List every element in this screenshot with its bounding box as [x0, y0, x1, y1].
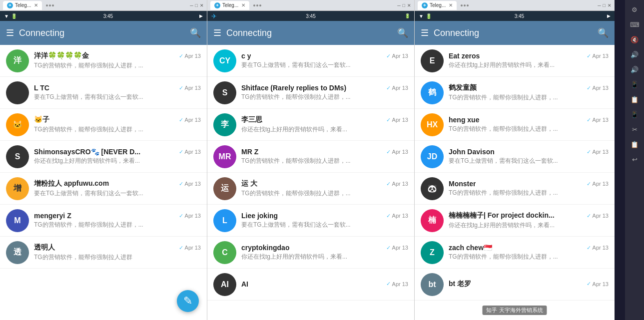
wifi-icon: ▼	[4, 13, 9, 19]
check-icon: ✓	[179, 117, 183, 123]
chat-item[interactable]: HXheng xue✓Apr 13TG的营销软件，能帮你强制拉人进群，...	[415, 109, 615, 141]
chat-meta: ✓Apr 13	[386, 85, 408, 91]
toolbar-volume-up1[interactable]: 🔊	[627, 48, 642, 61]
minimize-icon[interactable]: ─	[190, 3, 193, 8]
chat-item[interactable]: AIAI✓Apr 13	[207, 269, 414, 301]
tab-label-left: Teleg...	[15, 2, 31, 8]
tab-close-right[interactable]: ✕	[449, 2, 453, 8]
chat-item[interactable]: LLiee joking✓Apr 13要在TG上做营销，需有我们这么一套软...	[207, 205, 414, 237]
check-icon: ✓	[587, 181, 591, 187]
chat-list-right[interactable]: EEat zeros✓Apr 13你还在找tg上好用的营销软件吗，来看...鹤鹤…	[415, 45, 615, 320]
avatar: 鹤	[421, 81, 444, 104]
chat-item[interactable]: 🐱🐱子✓Apr 13TG的营销软件，能帮你强制拉人进群，...	[0, 109, 207, 141]
check-icon: ✓	[386, 181, 391, 187]
chat-item[interactable]: 鹤鹤发童颜✓Apr 13TG的营销软件，能帮你强制拉人进群，...	[415, 77, 615, 109]
chat-name: 楠楠楠楠子| For project dockin...	[449, 211, 555, 220]
close-icon-mid[interactable]: ✕	[407, 3, 411, 8]
maximize-icon[interactable]: □	[195, 3, 198, 8]
chat-item[interactable]: Ccryptokingdao✓Apr 13你还在找tg上好用的营销软件吗，来看.…	[207, 237, 414, 269]
chat-item[interactable]: 楠楠楠楠楠子| For project dockin...✓Apr 13你还在找…	[415, 205, 615, 237]
chat-meta: ✓Apr 13	[587, 85, 609, 91]
avatar: 洋	[6, 49, 29, 72]
toolbar-cut[interactable]: ✂	[627, 123, 642, 136]
toolbar-mobile[interactable]: 📱	[627, 108, 642, 121]
chat-list-mid[interactable]: CYc y✓Apr 13要在TG上做营销，需有我们这么一套软...SShitfa…	[207, 45, 414, 320]
chat-item[interactable]: Mmengeryi Z✓Apr 13TG的营销软件，能帮你强制拉人进群，...	[0, 205, 207, 237]
chat-item[interactable]: 增增粉拉人 appfuwu.com✓Apr 13要在TG上做营销，需有我们这么一…	[0, 173, 207, 205]
search-icon-mid[interactable]: 🔍	[397, 27, 408, 38]
chat-content: cryptokingdao✓Apr 13你还在找tg上好用的营销软件吗，来看..…	[241, 244, 408, 261]
toolbar-screen[interactable]: 📱	[627, 78, 642, 91]
chat-date: Apr 13	[392, 213, 408, 219]
chat-date: Apr 13	[392, 117, 408, 123]
chat-item[interactable]: 洋洋洋🍀🍀🍀🍀金✓Apr 13TG的营销软件，能帮你强制拉人进群，...	[0, 45, 207, 77]
chat-content: 透明人✓Apr 13TG的营销软件，能帮你强制拉人进群	[34, 243, 201, 262]
chat-meta: ✓Apr 13	[587, 117, 609, 123]
minimize-icon-mid[interactable]: ─	[397, 3, 400, 8]
chat-item[interactable]: SShimonsaysCRO🐾 [NEVER D...✓Apr 13你还在找tg…	[0, 141, 207, 173]
chat-name: 运 大	[241, 179, 257, 188]
chat-preview: TG的营销软件，能帮你强制拉人进群，...	[34, 125, 201, 134]
chat-list-left[interactable]: 洋洋洋🍀🍀🍀🍀金✓Apr 13TG的营销软件，能帮你强制拉人进群，...L TC…	[0, 45, 207, 320]
close-icon[interactable]: ✕	[200, 3, 204, 8]
chat-meta: ✓Apr 13	[179, 85, 201, 91]
close-icon-right[interactable]: ✕	[608, 3, 612, 8]
chat-item[interactable]: JDJohn Davison✓Apr 13要在TG上做营销，需有我们这么一套软.…	[415, 141, 615, 173]
chat-name: AI	[241, 280, 248, 288]
chat-item[interactable]: 李李三思✓Apr 13你还在找tg上好用的营销软件吗，来看...	[207, 109, 414, 141]
menu-icon-left[interactable]: ☰	[6, 27, 14, 38]
toolbar-keyboard[interactable]: ⌨	[627, 18, 642, 31]
toolbar-back[interactable]: ↩	[627, 153, 642, 166]
chat-item[interactable]: 透透明人✓Apr 13TG的营销软件，能帮你强制拉人进群	[0, 237, 207, 269]
browser-tab-left[interactable]: ✈ Teleg... ✕	[3, 1, 42, 10]
chat-preview: TG的营销软件，能帮你强制拉人进群，...	[449, 125, 609, 133]
toolbar-paste[interactable]: 📋	[627, 138, 642, 151]
minimize-icon-right[interactable]: ─	[598, 3, 601, 8]
tab-close-left[interactable]: ✕	[34, 2, 38, 8]
chat-preview: TG的营销软件，能帮你强制拉人进群	[34, 253, 201, 262]
chat-preview: 要在TG上做营销，需有我们这么一套软...	[241, 61, 408, 69]
chat-content: mengeryi Z✓Apr 13TG的营销软件，能帮你强制拉人进群，...	[34, 212, 201, 229]
toolbar-clipboard[interactable]: 📋	[627, 93, 642, 106]
chat-name: heng xue	[449, 116, 479, 124]
header-title-right: Connecting	[434, 28, 593, 38]
chat-date: Apr 13	[593, 213, 609, 219]
chat-item[interactable]: L TC✓Apr 13要在TG上做营销，需有我们这么一套软...	[0, 77, 207, 109]
status-bar-left: ▼ 🔋 3:45 ▶	[0, 11, 207, 21]
maximize-icon-right[interactable]: □	[603, 3, 606, 8]
chat-item[interactable]: EEat zeros✓Apr 13你还在找tg上好用的营销软件吗，来看...	[415, 45, 615, 77]
toolbar-settings[interactable]: ⚙	[627, 3, 642, 16]
browser-tab-mid[interactable]: ✈ Teleg... ✕	[210, 1, 249, 10]
browser-tab-right[interactable]: ✈ Teleg... ✕	[418, 1, 457, 10]
menu-icon-right[interactable]: ☰	[421, 27, 429, 38]
menu-icon-mid[interactable]: ☰	[213, 27, 221, 38]
search-icon-left[interactable]: 🔍	[190, 27, 201, 38]
chat-item[interactable]: MRMR Z✓Apr 13TG的营销软件，能帮你强制拉人进群，...	[207, 141, 414, 173]
chat-item[interactable]: 🐼Monster✓Apr 13TG的营销软件，能帮你强制拉人进群，...	[415, 173, 615, 205]
chat-item[interactable]: 运运 大✓Apr 13TG的营销软件，能帮你强制拉人进群，...	[207, 173, 414, 205]
chat-content: 洋洋🍀🍀🍀🍀金✓Apr 13TG的营销软件，能帮你强制拉人进群，...	[34, 51, 201, 70]
chat-date: Apr 13	[185, 117, 201, 123]
chat-item[interactable]: btbt 老罗✓Apr 13	[415, 269, 615, 301]
check-icon: ✓	[587, 53, 591, 59]
maximize-icon-mid[interactable]: □	[403, 3, 405, 8]
chat-name: Eat zeros	[449, 52, 480, 60]
browser-dots-right	[461, 4, 469, 6]
compose-fab-left[interactable]: ✎	[177, 290, 199, 312]
toolbar-mute[interactable]: 🔇	[627, 33, 642, 46]
toolbar-volume-up2[interactable]: 🔊	[627, 63, 642, 76]
chat-item[interactable]: CYc y✓Apr 13要在TG上做营销，需有我们这么一套软...	[207, 45, 414, 77]
chat-preview: 要在TG上做营销，需有我们这么一套软...	[34, 189, 201, 198]
avatar: 增	[6, 177, 29, 200]
chat-preview: TG的营销软件，能帮你强制拉人进群，...	[34, 61, 201, 70]
chat-date: Apr 13	[185, 53, 201, 59]
chat-meta: ✓Apr 13	[386, 117, 408, 123]
tab-close-mid[interactable]: ✕	[241, 2, 245, 8]
search-icon-right[interactable]: 🔍	[598, 27, 609, 38]
chat-item[interactable]: SShitface (Rarely replies to DMs)✓Apr 13…	[207, 77, 414, 109]
chat-name: 透明人	[34, 243, 55, 252]
chat-date: Apr 13	[593, 245, 609, 251]
status-bar-mid: ✈ 3:45 🔋	[207, 11, 414, 21]
chat-item[interactable]: Zzach chew🇸🇬✓Apr 13TG的营销软件，能帮你强制拉人进群，...	[415, 237, 615, 269]
chat-date: Apr 13	[185, 85, 201, 91]
